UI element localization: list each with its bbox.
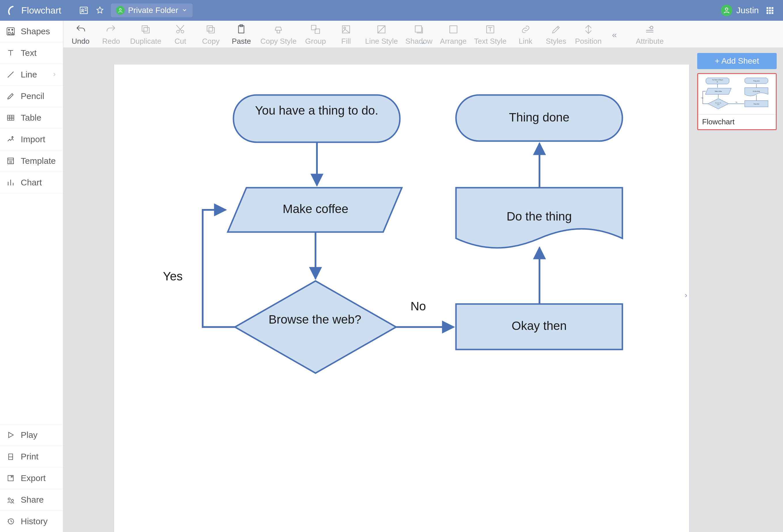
sidebar-item-text[interactable]: Text	[0, 42, 63, 64]
line-icon	[6, 70, 15, 80]
sidebar-item-share[interactable]: Share	[0, 489, 63, 510]
svg-rect-17	[7, 115, 14, 120]
sidebar-item-chart[interactable]: Chart	[0, 172, 63, 193]
toolbar-button-label: Fill	[341, 37, 351, 46]
toolbar-button-label: Attribute	[636, 37, 664, 46]
shadow-icon	[413, 24, 425, 35]
styles-icon	[551, 24, 562, 35]
arrange-icon	[448, 24, 459, 35]
toolbar-link-button[interactable]: Link	[514, 24, 537, 46]
toolbar-line-style-button[interactable]: Line Style	[365, 24, 398, 46]
folder-selector[interactable]: Private Folder	[111, 3, 193, 17]
svg-point-40	[650, 26, 653, 29]
document-title[interactable]: Flowchart	[21, 5, 61, 16]
sidebar-item-template[interactable]: Template	[0, 150, 63, 172]
sidebar-item-table[interactable]: Table	[0, 107, 63, 129]
toolbar-button-label: Shadow	[405, 37, 432, 46]
canvas[interactable]: You have a thing to do. Thing done Make …	[114, 64, 689, 532]
toolbar-button-label: Arrange	[440, 37, 467, 46]
svg-point-1	[82, 9, 83, 11]
toolbar-paste-button[interactable]: Paste	[230, 24, 253, 46]
svg-rect-28	[209, 28, 215, 33]
toolbar-copy-button[interactable]: Copy	[199, 24, 222, 46]
sidebar-item-print[interactable]: Print	[0, 446, 63, 467]
node-done-text: Thing done	[456, 111, 622, 124]
toolbar-cut-button[interactable]: Cut	[169, 24, 192, 46]
svg-point-22	[11, 499, 14, 502]
svg-text:No: No	[736, 102, 738, 103]
toolbar-position-button[interactable]: Position	[575, 24, 602, 46]
svg-text:Thing done: Thing done	[753, 80, 760, 82]
toolbar-attribute-button[interactable]: Attribute	[636, 24, 664, 46]
contact-card-icon[interactable]	[78, 5, 90, 16]
add-sheet-button[interactable]: + Add Sheet	[697, 53, 777, 69]
sheet-thumbnail[interactable]: You have a thing to do. Thing done Make …	[697, 73, 777, 130]
svg-rect-24	[144, 28, 149, 33]
node-browse-text: Browse the web?	[252, 313, 378, 326]
folder-label: Private Folder	[128, 6, 178, 15]
copy-style-icon	[273, 24, 284, 35]
toolbar-redo-button[interactable]: Redo	[100, 24, 123, 46]
line-style-icon	[376, 24, 387, 35]
sidebar-item-line[interactable]: Line	[0, 64, 63, 86]
toolbar-arrange-button[interactable]: Arrange	[440, 24, 467, 46]
node-do-text: Do the thing	[456, 210, 622, 223]
sidebar-item-shapes[interactable]: Shapes	[0, 21, 63, 42]
sidebar-item-play[interactable]: Play	[0, 424, 63, 446]
toolbar-duplicate-button[interactable]: Duplicate	[130, 24, 161, 46]
node-browse[interactable]	[235, 281, 396, 373]
shapes-icon	[6, 27, 15, 36]
toolbar-undo-button[interactable]: Undo	[69, 24, 92, 46]
sidebar-item-label: Export	[21, 473, 46, 483]
toolbar-group-button[interactable]: Group	[304, 24, 327, 46]
paste-icon	[236, 24, 247, 35]
node-start[interactable]	[233, 95, 400, 142]
sidebar-item-export[interactable]: Export	[0, 467, 63, 489]
sidebar-item-pencil[interactable]: Pencil	[0, 86, 63, 107]
svg-rect-5	[769, 7, 771, 9]
app-logo-icon[interactable]	[5, 5, 15, 15]
toolbar-styles-button[interactable]: Styles	[545, 24, 568, 46]
sidebar-item-history[interactable]: History	[0, 510, 63, 532]
toolbar-shadow-button[interactable]: Shadow	[405, 24, 432, 46]
apps-grid-icon[interactable]	[764, 5, 776, 16]
svg-text:Yes: Yes	[701, 97, 703, 99]
toolbar-button-label: Styles	[546, 37, 566, 46]
toolbar-fill-button[interactable]: Fill	[335, 24, 357, 46]
flowchart-svg	[114, 64, 689, 532]
toolbar-button-label: Cut	[175, 37, 186, 46]
toolbar-button-label: Undo	[72, 37, 90, 46]
text-style-icon	[484, 24, 496, 35]
sidebar-item-label: Import	[21, 134, 45, 144]
toolbar-copy-style-button[interactable]: Copy Style	[260, 24, 296, 46]
svg-rect-4	[766, 7, 768, 9]
undo-icon	[75, 24, 86, 35]
sidebar-item-label: Template	[21, 156, 56, 166]
panel-collapse-right-icon[interactable]: ›	[682, 286, 690, 304]
toolbar-button-label: Copy Style	[260, 37, 296, 46]
svg-point-21	[8, 498, 10, 500]
history-icon	[6, 517, 15, 526]
toolbar-overflow-icon[interactable]: «	[609, 30, 620, 40]
user-menu[interactable]: Justin	[721, 5, 759, 16]
position-icon	[583, 24, 594, 35]
star-icon[interactable]	[94, 5, 106, 16]
svg-rect-19	[9, 457, 13, 460]
svg-marker-44	[235, 281, 396, 373]
print-icon	[6, 452, 15, 462]
toolbar-expand-caret-icon[interactable]: ⌃	[421, 41, 426, 48]
chart-icon	[6, 178, 15, 187]
text-icon	[6, 48, 15, 58]
canvas-stage: ‹	[63, 48, 783, 532]
left-sidebar: Shapes Text Line Pencil	[0, 21, 63, 532]
user-avatar-icon	[721, 5, 732, 16]
sidebar-item-label: History	[21, 517, 48, 526]
svg-text:Make coffee: Make coffee	[715, 91, 722, 92]
sheet-thumbnail-name: Flowchart	[698, 114, 776, 129]
svg-text:Do the thing: Do the thing	[753, 91, 760, 92]
edge-label-no: No	[410, 300, 439, 313]
svg-text:You have a thing to: You have a thing to	[712, 79, 723, 81]
toolbar-text-style-button[interactable]: Text Style	[474, 24, 507, 46]
svg-text:Browse the: Browse the	[715, 102, 721, 104]
sidebar-item-import[interactable]: Import	[0, 129, 63, 150]
